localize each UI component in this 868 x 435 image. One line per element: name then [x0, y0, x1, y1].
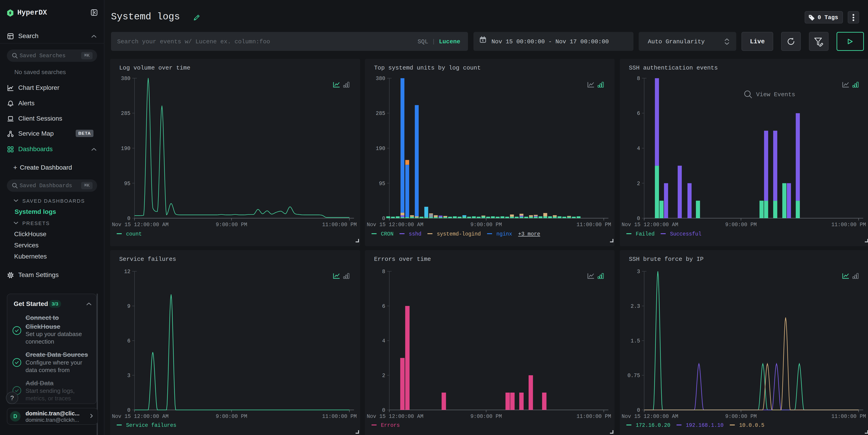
svg-text:Nov 15 12:00:00 AM: Nov 15 12:00:00 AM	[367, 413, 423, 420]
svg-text:0: 0	[127, 216, 130, 222]
svg-text:6: 6	[127, 338, 130, 344]
svg-text:285: 285	[121, 111, 130, 117]
svg-text:Failed: Failed	[636, 231, 655, 237]
svg-text:11:00:00 PM: 11:00:00 PM	[577, 222, 611, 228]
svg-text:380: 380	[376, 76, 385, 82]
svg-text:Errors: Errors	[381, 423, 400, 428]
svg-text:systemd-logind: systemd-logind	[437, 231, 481, 237]
svg-text:9:00:00 PM: 9:00:00 PM	[725, 222, 757, 228]
svg-text:12: 12	[124, 269, 130, 275]
svg-text:sshd: sshd	[409, 231, 422, 237]
svg-text:10.0.0.5: 10.0.0.5	[739, 423, 764, 428]
svg-text:3: 3	[637, 269, 640, 275]
svg-text:0: 0	[382, 407, 385, 413]
svg-text:192.168.1.10: 192.168.1.10	[686, 423, 724, 428]
svg-text:0: 0	[382, 216, 385, 222]
svg-text:9:00:00 PM: 9:00:00 PM	[725, 413, 757, 420]
svg-text:2: 2	[637, 181, 640, 187]
svg-text:11:00:00 PM: 11:00:00 PM	[831, 222, 866, 228]
svg-text:285: 285	[376, 111, 385, 117]
svg-text:count: count	[126, 231, 142, 237]
svg-text:View Events: View Events	[756, 91, 795, 98]
svg-text:6: 6	[382, 304, 385, 309]
svg-text:9:00:00 PM: 9:00:00 PM	[216, 222, 247, 228]
svg-text:4: 4	[637, 146, 640, 152]
svg-text:9:00:00 PM: 9:00:00 PM	[216, 413, 247, 420]
svg-text:11:00:00 PM: 11:00:00 PM	[831, 413, 866, 420]
svg-text:Nov 15 12:00:00 AM: Nov 15 12:00:00 AM	[622, 413, 678, 420]
svg-text:172.16.0.20: 172.16.0.20	[636, 423, 671, 428]
svg-text:2: 2	[382, 373, 385, 379]
svg-text:190: 190	[376, 146, 385, 152]
svg-text:0: 0	[637, 216, 640, 222]
svg-text:Nov 15 12:00:00 AM: Nov 15 12:00:00 AM	[622, 222, 678, 228]
svg-text:0.75: 0.75	[627, 373, 640, 379]
svg-text:Nov 15 12:00:00 AM: Nov 15 12:00:00 AM	[112, 413, 168, 420]
svg-text:CRON: CRON	[381, 231, 394, 237]
svg-text:11:00:00 PM: 11:00:00 PM	[577, 413, 611, 420]
svg-text:95: 95	[124, 181, 130, 187]
svg-text:3: 3	[127, 373, 130, 379]
svg-text:+3 more: +3 more	[518, 231, 540, 237]
svg-text:Nov 15 12:00:00 AM: Nov 15 12:00:00 AM	[112, 222, 168, 228]
svg-text:11:00:00 PM: 11:00:00 PM	[322, 413, 357, 420]
svg-text:4: 4	[382, 338, 385, 344]
svg-text:8: 8	[382, 269, 385, 275]
svg-text:380: 380	[121, 76, 130, 82]
svg-text:Service failures: Service failures	[126, 423, 177, 428]
svg-text:nginx: nginx	[496, 231, 512, 237]
svg-text:95: 95	[379, 181, 385, 187]
svg-text:Nov 15 12:00:00 AM: Nov 15 12:00:00 AM	[367, 222, 423, 228]
svg-text:11:00:00 PM: 11:00:00 PM	[322, 222, 357, 228]
svg-text:9: 9	[127, 304, 130, 309]
svg-text:2.3: 2.3	[631, 304, 640, 309]
svg-text:190: 190	[121, 146, 130, 152]
svg-text:9:00:00 PM: 9:00:00 PM	[470, 413, 502, 420]
svg-text:8: 8	[637, 76, 640, 82]
svg-text:0: 0	[127, 407, 130, 413]
svg-text:Successful: Successful	[670, 231, 702, 237]
svg-text:6: 6	[637, 111, 640, 117]
svg-text:0: 0	[637, 407, 640, 413]
svg-text:9:00:00 PM: 9:00:00 PM	[470, 222, 502, 228]
svg-text:1.5: 1.5	[631, 338, 640, 344]
